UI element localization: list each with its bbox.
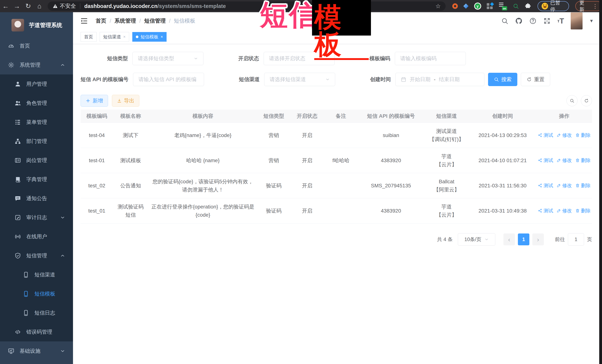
table-row: test-01测试模板哈哈哈 {name}营销开启f哈哈哈4383920芋道 【…	[81, 148, 592, 173]
font-size-icon[interactable]: тT	[557, 17, 564, 25]
column-header: 创建时间	[469, 110, 537, 123]
test-link[interactable]: 测试	[538, 131, 553, 139]
prev-page-button[interactable]: ‹	[504, 233, 515, 245]
channel-select[interactable]: 请选择短信渠道	[264, 73, 335, 86]
sidebar-item-user-management[interactable]: 用户管理	[0, 74, 73, 94]
sidebar-item-post-management[interactable]: 岗位管理	[0, 151, 73, 170]
reset-button[interactable]: 重置	[521, 73, 550, 86]
sidebar-item-role-management[interactable]: 角色管理	[0, 94, 73, 113]
sidebar-item-dept-management[interactable]: 部门管理	[0, 132, 73, 151]
delete-link[interactable]: 删除	[575, 157, 591, 164]
fullscreen-icon[interactable]	[543, 17, 551, 25]
pagination: 共 4 条 10条/页 ‹ 1 › 前往 1 页	[81, 233, 592, 246]
sidebar-item-system-management[interactable]: 系统管理	[0, 55, 73, 74]
edit-link[interactable]: 修改	[557, 207, 572, 214]
goto-page-input[interactable]: 1	[568, 233, 584, 246]
sidebar-item-dict-management[interactable]: 字典管理	[0, 170, 73, 189]
breadcrumb-system-management[interactable]: 系统管理	[115, 17, 136, 25]
template-code-input[interactable]: 请输入模板编码	[395, 52, 466, 65]
delete-link[interactable]: 删除	[575, 131, 591, 139]
add-button[interactable]: 新增	[81, 95, 108, 107]
close-icon[interactable]: ×	[161, 34, 163, 39]
sidebar-item-online-users[interactable]: 在线用户	[0, 227, 73, 246]
grid-diamond-icon[interactable]	[487, 3, 494, 10]
home-icon[interactable]: ⌂	[34, 2, 45, 10]
api-template-id-input[interactable]: 请输入短信 API 的模板编	[133, 73, 204, 86]
green-search-icon[interactable]	[513, 3, 519, 9]
hamburger-icon[interactable]	[80, 18, 88, 24]
sidebar-item-home[interactable]: 首页	[0, 36, 73, 55]
tab-sms-template[interactable]: 短信模板×	[132, 32, 167, 42]
not-secure-warning-icon[interactable]	[53, 3, 58, 9]
gear-icon	[8, 62, 14, 68]
green-y-icon[interactable]: y	[474, 3, 481, 10]
date-range-picker[interactable]: 开始日期 - 结束日期	[395, 73, 484, 86]
status-select[interactable]: 请选择开启状态	[264, 52, 335, 65]
sidebar-item-sms-template[interactable]: 短信模板	[0, 284, 73, 303]
table-cell	[324, 123, 358, 148]
sidebar-item-infrastructure[interactable]: 基础设施	[0, 341, 73, 361]
action-label: 修改	[562, 157, 572, 164]
back-icon[interactable]: ←	[0, 2, 11, 10]
sidebar-item-label: 用户管理	[26, 81, 47, 88]
table-search-button[interactable]	[566, 95, 578, 106]
browser-menu-icon[interactable]: ⋮	[592, 3, 598, 10]
edit-link[interactable]: 修改	[557, 182, 572, 189]
sidebar-item-sms-log[interactable]: 短信日志	[0, 303, 73, 322]
paused-badge[interactable]: 已暂停	[538, 1, 569, 11]
bookmark-star-icon[interactable]: ☆	[435, 3, 441, 10]
edit-link[interactable]: 修改	[557, 131, 572, 139]
table-cell: 测试下	[113, 123, 148, 148]
search-icon	[494, 77, 499, 82]
github-icon[interactable]	[515, 17, 523, 25]
puzzle-icon[interactable]	[525, 3, 531, 10]
pin-icon[interactable]	[463, 3, 469, 9]
dictionary-icon	[14, 176, 21, 183]
sidebar-item-error-code[interactable]: 错误码管理	[0, 322, 73, 341]
caret-down-icon[interactable]: ▼	[589, 18, 594, 23]
sidebar-item-sms-channel[interactable]: 短信渠道	[0, 265, 73, 284]
edit-link[interactable]: 修改	[557, 157, 572, 164]
sidebar-item-notice[interactable]: 通知公告	[0, 189, 73, 208]
not-secure-label[interactable]: 不安全	[60, 2, 76, 10]
app-logo[interactable]: 芋道管理系统	[0, 12, 73, 34]
export-button[interactable]: 导出	[112, 95, 139, 107]
next-page-button[interactable]: ›	[532, 233, 544, 245]
sidebar-item-label: 岗位管理	[26, 157, 47, 164]
sidebar-item-audit-log[interactable]: 审计日志	[0, 208, 73, 227]
forward-icon[interactable]: →	[11, 2, 23, 10]
breadcrumb-home[interactable]: 首页	[96, 17, 106, 25]
tab-home[interactable]: 首页	[81, 32, 97, 42]
test-link[interactable]: 测试	[538, 157, 553, 164]
test-link[interactable]: 测试	[538, 182, 553, 189]
edit-icon	[557, 158, 561, 163]
sms-type-select[interactable]: 请选择短信类型	[132, 52, 204, 65]
sms-type-label: 短信类型	[81, 55, 128, 62]
row-actions: 测试修改删除	[537, 173, 592, 198]
paused-label: 已暂停	[550, 0, 565, 13]
delete-link[interactable]: 删除	[575, 182, 591, 189]
reload-icon[interactable]: ↻	[23, 2, 34, 10]
delete-link[interactable]: 删除	[575, 207, 591, 214]
search-button[interactable]: 搜索	[488, 73, 517, 86]
user-avatar[interactable]	[571, 12, 582, 30]
current-page-button[interactable]: 1	[518, 233, 529, 245]
breadcrumb-sms-management[interactable]: 短信管理	[144, 17, 166, 25]
tab-sms-channel[interactable]: 短信渠道×	[100, 32, 129, 42]
sidebar-item-menu-management[interactable]: 菜单管理	[0, 113, 73, 132]
close-icon[interactable]: ×	[123, 34, 126, 39]
page-size-select[interactable]: 10条/页	[458, 233, 495, 246]
search-icon[interactable]	[501, 17, 508, 25]
update-button[interactable]: 更新 ⋮	[575, 1, 602, 11]
address-bar[interactable]: 不安全 dashboard.yudao.iocoder.cn/system/sm…	[48, 1, 446, 11]
active-dot	[136, 36, 139, 38]
adblock-icon[interactable]	[452, 3, 458, 9]
help-icon[interactable]	[529, 17, 537, 25]
test-link[interactable]: 测试	[538, 207, 553, 214]
chevron-up-icon	[60, 253, 65, 258]
sidebar-item-sms-management[interactable]: 短信管理	[0, 246, 73, 265]
action-label: 删除	[581, 157, 591, 164]
table-refresh-button[interactable]	[581, 95, 592, 106]
list-on-icon[interactable]: on	[499, 2, 507, 10]
table-cell: 开启	[290, 198, 324, 223]
